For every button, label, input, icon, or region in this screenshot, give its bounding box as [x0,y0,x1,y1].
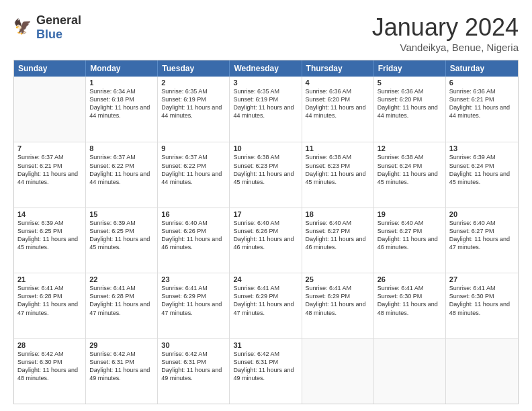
cell-info: Sunrise: 6:39 AMSunset: 6:25 PMDaylight:… [17,219,82,252]
calendar-cell: 19Sunrise: 6:40 AMSunset: 6:27 PMDayligh… [374,208,446,273]
cell-info: Sunrise: 6:34 AMSunset: 6:18 PMDaylight:… [89,87,154,120]
calendar-cell: 25Sunrise: 6:41 AMSunset: 6:29 PMDayligh… [302,273,374,338]
cell-date-number: 27 [449,275,515,283]
day-header-tuesday: Tuesday [158,60,230,77]
cell-info: Sunrise: 6:35 AMSunset: 6:19 PMDaylight:… [161,87,226,120]
cell-info: Sunrise: 6:41 AMSunset: 6:28 PMDaylight:… [17,284,82,317]
cell-info: Sunrise: 6:39 AMSunset: 6:24 PMDaylight:… [449,153,515,186]
day-header-thursday: Thursday [302,60,374,77]
title-section: January 2024 Vandeikya, Benue, Nigeria [372,13,519,53]
cell-date-number: 14 [17,210,82,218]
cell-info: Sunrise: 6:40 AMSunset: 6:27 PMDaylight:… [306,219,370,252]
logo-blue: Blue [36,28,62,41]
cell-info: Sunrise: 6:40 AMSunset: 6:27 PMDaylight:… [449,219,515,252]
cell-date-number: 29 [89,341,154,349]
calendar-cell [374,339,446,404]
month-title: January 2024 [372,13,519,42]
cell-date-number: 3 [233,79,298,87]
week-row-2: 7Sunrise: 6:37 AMSunset: 6:21 PMDaylight… [14,142,518,207]
svg-text:🦅: 🦅 [13,18,32,36]
cell-info: Sunrise: 6:38 AMSunset: 6:23 PMDaylight:… [306,153,370,186]
cell-info: Sunrise: 6:41 AMSunset: 6:30 PMDaylight:… [449,284,515,317]
calendar-cell: 24Sunrise: 6:41 AMSunset: 6:29 PMDayligh… [230,273,302,338]
day-header-monday: Monday [86,60,158,77]
day-header-saturday: Saturday [446,60,518,77]
logo-general: General [36,13,81,27]
calendar-cell: 8Sunrise: 6:37 AMSunset: 6:22 PMDaylight… [86,142,158,207]
header: 🦅 General Blue January 2024 Vandeikya, B… [13,13,519,53]
calendar-cell: 27Sunrise: 6:41 AMSunset: 6:30 PMDayligh… [446,273,518,338]
cell-date-number: 30 [161,341,226,349]
cell-info: Sunrise: 6:36 AMSunset: 6:20 PMDaylight:… [378,87,442,120]
logo-bird-icon: 🦅 [13,18,35,37]
week-row-1: 1Sunrise: 6:34 AMSunset: 6:18 PMDaylight… [14,77,518,142]
cell-info: Sunrise: 6:41 AMSunset: 6:29 PMDaylight:… [306,284,370,317]
calendar-cell: 30Sunrise: 6:42 AMSunset: 6:31 PMDayligh… [158,339,230,404]
cell-info: Sunrise: 6:41 AMSunset: 6:30 PMDaylight:… [378,284,442,317]
calendar-cell: 26Sunrise: 6:41 AMSunset: 6:30 PMDayligh… [374,273,446,338]
calendar-cell: 14Sunrise: 6:39 AMSunset: 6:25 PMDayligh… [14,208,86,273]
week-row-4: 21Sunrise: 6:41 AMSunset: 6:28 PMDayligh… [14,273,518,338]
cell-date-number: 4 [306,79,370,87]
calendar-cell [302,339,374,404]
cell-date-number: 1 [89,79,154,87]
cell-date-number: 23 [161,275,226,283]
day-header-sunday: Sunday [14,60,86,77]
cell-info: Sunrise: 6:38 AMSunset: 6:24 PMDaylight:… [378,153,442,186]
cell-info: Sunrise: 6:37 AMSunset: 6:22 PMDaylight:… [161,153,226,186]
cell-date-number: 22 [89,275,154,283]
cell-date-number: 12 [378,144,442,152]
calendar-cell: 1Sunrise: 6:34 AMSunset: 6:18 PMDaylight… [86,77,158,142]
cell-info: Sunrise: 6:35 AMSunset: 6:19 PMDaylight:… [233,87,298,120]
cell-info: Sunrise: 6:42 AMSunset: 6:31 PMDaylight:… [233,350,298,383]
calendar-cell: 15Sunrise: 6:39 AMSunset: 6:25 PMDayligh… [86,208,158,273]
cell-date-number: 11 [306,144,370,152]
cell-info: Sunrise: 6:42 AMSunset: 6:31 PMDaylight:… [89,350,154,383]
calendar-cell: 28Sunrise: 6:42 AMSunset: 6:30 PMDayligh… [14,339,86,404]
page: 🦅 General Blue January 2024 Vandeikya, B… [0,0,532,411]
calendar-cell: 5Sunrise: 6:36 AMSunset: 6:20 PMDaylight… [374,77,446,142]
calendar-cell: 13Sunrise: 6:39 AMSunset: 6:24 PMDayligh… [446,142,518,207]
calendar-cell: 4Sunrise: 6:36 AMSunset: 6:20 PMDaylight… [302,77,374,142]
calendar-cell: 23Sunrise: 6:41 AMSunset: 6:29 PMDayligh… [158,273,230,338]
cell-date-number: 16 [161,210,226,218]
cell-info: Sunrise: 6:36 AMSunset: 6:21 PMDaylight:… [449,87,515,120]
week-row-5: 28Sunrise: 6:42 AMSunset: 6:30 PMDayligh… [14,338,518,404]
cell-date-number: 21 [17,275,82,283]
cell-date-number: 10 [233,144,298,152]
cell-info: Sunrise: 6:41 AMSunset: 6:28 PMDaylight:… [89,284,154,317]
cell-info: Sunrise: 6:42 AMSunset: 6:31 PMDaylight:… [161,350,226,383]
calendar-cell: 7Sunrise: 6:37 AMSunset: 6:21 PMDaylight… [14,142,86,207]
cell-info: Sunrise: 6:37 AMSunset: 6:21 PMDaylight:… [17,153,82,186]
cell-info: Sunrise: 6:40 AMSunset: 6:27 PMDaylight:… [378,219,442,252]
calendar-cell: 6Sunrise: 6:36 AMSunset: 6:21 PMDaylight… [446,77,518,142]
cell-date-number: 13 [449,144,515,152]
day-header-wednesday: Wednesday [230,60,302,77]
calendar-cell: 10Sunrise: 6:38 AMSunset: 6:23 PMDayligh… [230,142,302,207]
cell-info: Sunrise: 6:39 AMSunset: 6:25 PMDaylight:… [89,219,154,252]
cell-info: Sunrise: 6:36 AMSunset: 6:20 PMDaylight:… [306,87,370,120]
calendar-cell: 31Sunrise: 6:42 AMSunset: 6:31 PMDayligh… [230,339,302,404]
cell-info: Sunrise: 6:42 AMSunset: 6:30 PMDaylight:… [17,350,82,383]
cell-date-number: 25 [306,275,370,283]
cell-info: Sunrise: 6:38 AMSunset: 6:23 PMDaylight:… [233,153,298,186]
cell-date-number: 28 [17,341,82,349]
day-header-friday: Friday [374,60,446,77]
logo: 🦅 General Blue [13,13,81,42]
cell-date-number: 6 [449,79,515,87]
cell-date-number: 7 [17,144,82,152]
calendar-cell [14,77,86,142]
cell-date-number: 5 [378,79,442,87]
calendar: SundayMondayTuesdayWednesdayThursdayFrid… [13,60,519,404]
cell-info: Sunrise: 6:40 AMSunset: 6:26 PMDaylight:… [161,219,226,252]
cell-date-number: 2 [161,79,226,87]
cell-date-number: 31 [233,341,298,349]
calendar-cell: 17Sunrise: 6:40 AMSunset: 6:26 PMDayligh… [230,208,302,273]
cell-info: Sunrise: 6:40 AMSunset: 6:26 PMDaylight:… [233,219,298,252]
week-row-3: 14Sunrise: 6:39 AMSunset: 6:25 PMDayligh… [14,208,518,273]
calendar-cell: 18Sunrise: 6:40 AMSunset: 6:27 PMDayligh… [302,208,374,273]
cell-date-number: 20 [449,210,515,218]
cell-info: Sunrise: 6:37 AMSunset: 6:22 PMDaylight:… [89,153,154,186]
calendar-cell: 16Sunrise: 6:40 AMSunset: 6:26 PMDayligh… [158,208,230,273]
calendar-body: 1Sunrise: 6:34 AMSunset: 6:18 PMDaylight… [14,77,518,404]
